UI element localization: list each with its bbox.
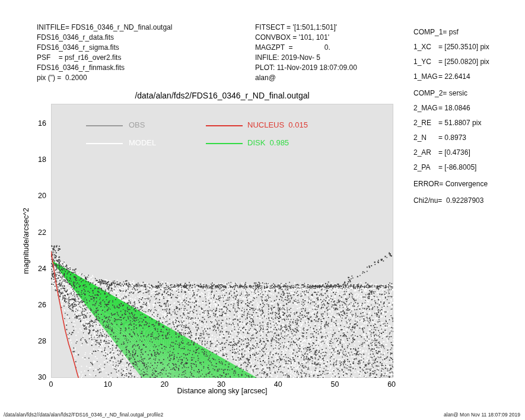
legend-line-swatch bbox=[206, 125, 243, 126]
param-row: 2_PA= [-86.8005] bbox=[413, 164, 489, 171]
param-key: 1_MAG bbox=[413, 73, 438, 81]
param-row: 2_AR= [0.4736] bbox=[413, 149, 489, 157]
y-tick-label: 22 bbox=[27, 228, 46, 237]
param-value: = [-86.8005] bbox=[438, 164, 476, 171]
param-key: COMP_1 bbox=[413, 28, 443, 36]
param-value: = 51.8807 pix bbox=[438, 119, 481, 127]
param-value: = 22.6414 bbox=[438, 73, 470, 81]
legend-line-swatch bbox=[86, 143, 123, 144]
param-key: 2_RE bbox=[413, 119, 438, 127]
param-key: 1_YC bbox=[413, 58, 438, 66]
param-row: COMP_1= psf bbox=[413, 28, 489, 36]
legend-label: DISK 0.985 bbox=[247, 138, 289, 147]
param-row: Chi2/nu= 0.92287903 bbox=[413, 197, 489, 205]
y-tick-label: 18 bbox=[27, 155, 46, 164]
text-line: CONVBOX = '101, 101' bbox=[255, 33, 357, 43]
param-value: = [250.3510] pix bbox=[438, 43, 489, 51]
input-files-block: INITFILE= FDS16_0346_r_ND_final.outgalFD… bbox=[37, 23, 172, 83]
y-tick-label: 20 bbox=[27, 192, 46, 200]
legend-label: NUCLEUS 0.015 bbox=[247, 120, 308, 129]
fit-parameters-panel: COMP_1= psf1_XC= [250.3510] pix1_YC= [25… bbox=[413, 28, 489, 212]
param-value: = 0.8973 bbox=[438, 134, 466, 142]
x-tick-label: 40 bbox=[266, 380, 290, 389]
param-key: 2_N bbox=[413, 134, 438, 142]
param-value: = [0.4736] bbox=[438, 149, 470, 157]
text-line: FDS16_0346_r_finmask.fits bbox=[37, 63, 172, 73]
param-key: 2_MAG bbox=[413, 104, 438, 112]
text-line: FITSECT = '[1:501,1:501]' bbox=[255, 23, 357, 33]
text-line: PSF = psf_r16_over2.fits bbox=[37, 53, 172, 63]
legend-label: MODEL bbox=[129, 138, 156, 147]
galfit-profile-page: INITFILE= FDS16_0346_r_ND_final.outgalFD… bbox=[0, 0, 525, 420]
param-row: 2_RE= 51.8807 pix bbox=[413, 119, 489, 127]
param-row: ERROR= Convergence bbox=[413, 180, 489, 188]
legend-label: OBS bbox=[129, 120, 145, 129]
text-line: FDS16_0346_r_data.fits bbox=[37, 33, 172, 43]
param-value: = psf bbox=[443, 28, 458, 36]
param-value: = 18.0846 bbox=[438, 104, 470, 112]
param-key: Chi2/nu= bbox=[413, 197, 442, 205]
x-tick-label: 60 bbox=[380, 380, 403, 389]
x-tick-label: 30 bbox=[209, 380, 233, 389]
param-row: COMP_2= sersic bbox=[413, 90, 489, 97]
x-tick-label: 0 bbox=[39, 380, 63, 389]
text-line: INITFILE= FDS16_0346_r_ND_final.outgal bbox=[37, 23, 172, 33]
x-tick-label: 20 bbox=[152, 380, 176, 389]
param-key: 1_XC bbox=[413, 43, 438, 51]
plot-title: /data/alan/fds2/FDS16_0346_r_ND_final.ou… bbox=[51, 91, 393, 100]
y-tick-label: 28 bbox=[27, 337, 46, 345]
legend-line-swatch bbox=[86, 125, 123, 126]
param-key: COMP_2 bbox=[413, 90, 443, 97]
param-value: = Convergence bbox=[439, 180, 488, 188]
param-value: = sersic bbox=[443, 90, 467, 97]
param-key: 2_AR bbox=[413, 149, 438, 157]
param-value: 0.92287903 bbox=[442, 197, 483, 205]
param-row: 1_MAG= 22.6414 bbox=[413, 73, 489, 81]
text-line: pix (") = 0.2000 bbox=[37, 73, 172, 83]
user-and-timestamp: alan@ Mon Nov 11 18:07:09 2019 bbox=[444, 412, 520, 418]
param-row: 2_N= 0.8973 bbox=[413, 134, 489, 142]
y-tick-label: 16 bbox=[27, 119, 46, 128]
param-row: 1_YC= [250.0820] pix bbox=[413, 58, 489, 66]
param-value: = [250.0820] pix bbox=[438, 58, 489, 66]
text-line: FDS16_0346_r_sigma.fits bbox=[37, 43, 172, 53]
y-tick-label: 26 bbox=[27, 301, 46, 309]
param-key: ERROR bbox=[413, 180, 439, 188]
fit-settings-block: FITSECT = '[1:501,1:501]'CONVBOX = '101,… bbox=[255, 23, 357, 83]
param-row: 1_XC= [250.3510] pix bbox=[413, 43, 489, 51]
output-file-path: /data/alan/fds2//data/alan/fds2/FDS16_03… bbox=[4, 412, 163, 418]
param-row: 2_MAG= 18.0846 bbox=[413, 104, 489, 112]
legend-line-swatch bbox=[206, 143, 243, 144]
text-line: MAGZPT = 0. bbox=[255, 43, 357, 53]
text-line: PLOT: 11-Nov-2019 18:07:09.00 bbox=[255, 63, 357, 73]
x-tick-label: 50 bbox=[323, 380, 346, 389]
y-tick-label: 24 bbox=[27, 265, 46, 273]
text-line: alan@ bbox=[255, 73, 357, 83]
text-line: INFILE: 2019-Nov- 5 bbox=[255, 53, 357, 63]
param-key: 2_PA bbox=[413, 164, 438, 171]
x-tick-label: 10 bbox=[96, 380, 120, 389]
